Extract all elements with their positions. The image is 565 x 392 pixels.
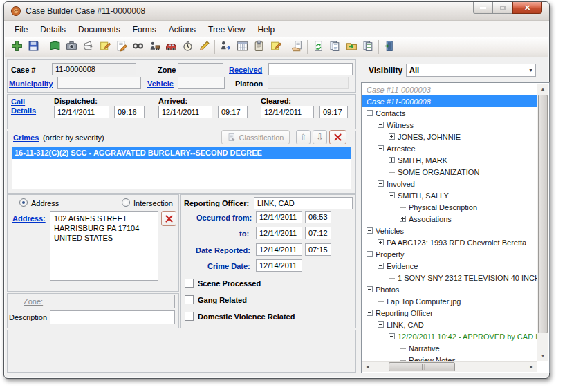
occurred-to-time-field[interactable]: 07:12 bbox=[305, 227, 331, 239]
call-details-link[interactable]: Call Details bbox=[11, 97, 39, 115]
dispatched-date-field[interactable]: 12/14/2011 bbox=[54, 106, 109, 118]
tree-item[interactable]: PA ABC123: 1993 RED Chevrolet Beretta bbox=[362, 236, 537, 248]
collapse-icon[interactable] bbox=[367, 286, 373, 292]
add-button[interactable] bbox=[8, 39, 25, 55]
tree-item[interactable]: Lap Top Computer.jpg bbox=[362, 295, 537, 307]
dispatched-time-field[interactable]: 09:16 bbox=[114, 106, 145, 118]
tree-item[interactable]: Contacts bbox=[362, 107, 537, 119]
tree-item[interactable]: SOME ORGANIZATION bbox=[362, 166, 537, 178]
menu-help[interactable]: Help bbox=[251, 23, 281, 37]
camera-button[interactable] bbox=[63, 39, 80, 55]
menu-details[interactable]: Details bbox=[34, 23, 72, 37]
address-textarea[interactable]: 102 AGNES STREET HARRISBURG PA 17104 UNI… bbox=[50, 211, 158, 281]
person-transfer-button[interactable] bbox=[217, 39, 234, 55]
received-dropdown[interactable] bbox=[268, 63, 353, 75]
scene-processed-checkbox[interactable] bbox=[185, 279, 194, 288]
crimes-link[interactable]: Crimes bbox=[13, 133, 39, 142]
vehicle-button[interactable] bbox=[163, 39, 179, 55]
tree-item[interactable]: Involved bbox=[362, 178, 537, 189]
scroll-down-icon[interactable]: ▼ bbox=[537, 351, 548, 361]
write-document-button[interactable] bbox=[113, 39, 129, 55]
vehicle-dropdown[interactable] bbox=[178, 77, 225, 89]
scroll-right-icon[interactable]: ► bbox=[526, 362, 537, 372]
delete-address-button[interactable] bbox=[161, 211, 176, 226]
tree-item[interactable]: LINK, CAD bbox=[362, 319, 537, 330]
vehicle-link[interactable]: Vehicle bbox=[147, 80, 174, 88]
sticky-note-2-button[interactable] bbox=[267, 39, 284, 55]
address-radio-label[interactable]: Address bbox=[31, 199, 59, 207]
tree-item[interactable]: Photos bbox=[362, 283, 537, 295]
collapse-icon[interactable] bbox=[367, 251, 373, 257]
cleared-time-field[interactable]: 09:17 bbox=[319, 106, 348, 118]
expand-icon[interactable] bbox=[389, 157, 395, 163]
menu-forms[interactable]: Forms bbox=[127, 23, 163, 37]
title-bar[interactable]: Case Builder Case #11-0000008 bbox=[4, 2, 549, 21]
notebook-button[interactable] bbox=[46, 39, 63, 55]
tree-item[interactable]: Case #11-0000008 bbox=[362, 95, 537, 107]
tree-item[interactable]: Associations bbox=[362, 213, 537, 225]
sticky-note-button[interactable] bbox=[96, 39, 113, 55]
pencil-button[interactable] bbox=[196, 39, 212, 55]
collapse-icon[interactable] bbox=[378, 321, 384, 328]
crime-list-item[interactable]: 16-11-312(C)(2) SCC - AGGRAVATED BURGLAR… bbox=[12, 147, 351, 159]
gang-related-checkbox[interactable] bbox=[185, 295, 194, 304]
vertical-scroll-thumb[interactable] bbox=[538, 95, 548, 333]
occurred-to-date-field[interactable]: 12/14/2011 bbox=[256, 227, 302, 239]
horizontal-scroll-thumb[interactable] bbox=[389, 362, 455, 371]
arrived-date-field[interactable]: 12/14/2011 bbox=[158, 106, 212, 118]
intersection-radio[interactable] bbox=[122, 198, 130, 207]
date-reported-time-field[interactable]: 07:15 bbox=[305, 243, 331, 256]
tree-item[interactable]: Narrative bbox=[362, 342, 537, 354]
tree-item[interactable]: Property bbox=[362, 248, 537, 260]
refresh-document-button[interactable] bbox=[310, 39, 326, 55]
collapse-icon[interactable] bbox=[367, 227, 373, 234]
tree-item[interactable]: Reporting Officer bbox=[362, 307, 537, 319]
date-reported-date-field[interactable]: 12/14/2011 bbox=[256, 243, 302, 256]
address-link[interactable]: Address: bbox=[12, 214, 46, 223]
cleared-date-field[interactable]: 12/14/2011 bbox=[261, 106, 314, 118]
tree-item[interactable]: 1 SONY SNY-2312 TELEVISION 40 INCH bbox=[362, 272, 537, 283]
send-documents-button[interactable] bbox=[80, 39, 96, 55]
crimes-list[interactable]: 16-11-312(C)(2) SCC - AGGRAVATED BURGLAR… bbox=[12, 147, 351, 189]
tree-item[interactable]: SMITH, SALLY bbox=[362, 189, 537, 201]
move-crime-down-button[interactable]: ⇩ bbox=[313, 130, 327, 144]
scroll-left-icon[interactable]: ◄ bbox=[362, 362, 373, 372]
reporting-officer-dropdown[interactable]: LINK, CAD bbox=[254, 197, 353, 209]
save-button[interactable] bbox=[25, 39, 41, 55]
tree-item[interactable]: JONES, JOHNNIE bbox=[362, 131, 537, 142]
visibility-dropdown[interactable]: All ▼ bbox=[406, 64, 536, 77]
booking-button[interactable] bbox=[146, 39, 163, 55]
move-crime-up-button[interactable]: ⇧ bbox=[296, 130, 311, 144]
collapse-icon[interactable] bbox=[389, 192, 395, 198]
tree-item[interactable]: 12/20/2011 10:42 - APPROVED by CAD L bbox=[362, 330, 537, 342]
collapse-icon[interactable] bbox=[389, 333, 395, 339]
tree-horizontal-scrollbar[interactable]: ◄ ► bbox=[362, 361, 537, 372]
tree-item[interactable]: Vehicles bbox=[362, 225, 537, 236]
minimize-button[interactable] bbox=[473, 2, 493, 14]
menu-actions[interactable]: Actions bbox=[163, 23, 202, 37]
address-radio[interactable] bbox=[19, 198, 28, 207]
stopwatch-button[interactable] bbox=[179, 39, 196, 55]
menu-file[interactable]: File bbox=[8, 23, 34, 37]
expand-icon[interactable] bbox=[378, 239, 384, 245]
expand-icon[interactable] bbox=[389, 133, 395, 140]
approve-document-button[interactable] bbox=[288, 39, 305, 55]
close-button[interactable]: ✕ bbox=[512, 2, 542, 14]
domestic-violence-checkbox[interactable] bbox=[185, 312, 194, 321]
handcuffs-button[interactable] bbox=[129, 39, 146, 55]
occurred-from-time-field[interactable]: 06:53 bbox=[305, 211, 331, 223]
tree-item[interactable]: Physical Description bbox=[362, 201, 537, 213]
municipality-dropdown[interactable] bbox=[57, 77, 141, 89]
collapse-icon[interactable] bbox=[378, 145, 384, 151]
copy-pages-button[interactable] bbox=[326, 39, 343, 55]
zone-bottom-dropdown[interactable] bbox=[50, 295, 175, 308]
arrived-time-field[interactable]: 09:17 bbox=[218, 106, 248, 118]
tree-item[interactable]: SMITH, MARK bbox=[362, 154, 537, 166]
maximize-button[interactable] bbox=[493, 2, 512, 14]
document-stack-button[interactable] bbox=[360, 39, 376, 55]
collapse-icon[interactable] bbox=[367, 110, 373, 116]
domestic-violence-label[interactable]: Domestic Violence Related bbox=[198, 312, 295, 321]
menu-documents[interactable]: Documents bbox=[72, 23, 127, 37]
tree-vertical-scrollbar[interactable]: ▲ ▼ bbox=[537, 84, 548, 361]
tree-item[interactable]: Review Notes bbox=[362, 354, 537, 361]
